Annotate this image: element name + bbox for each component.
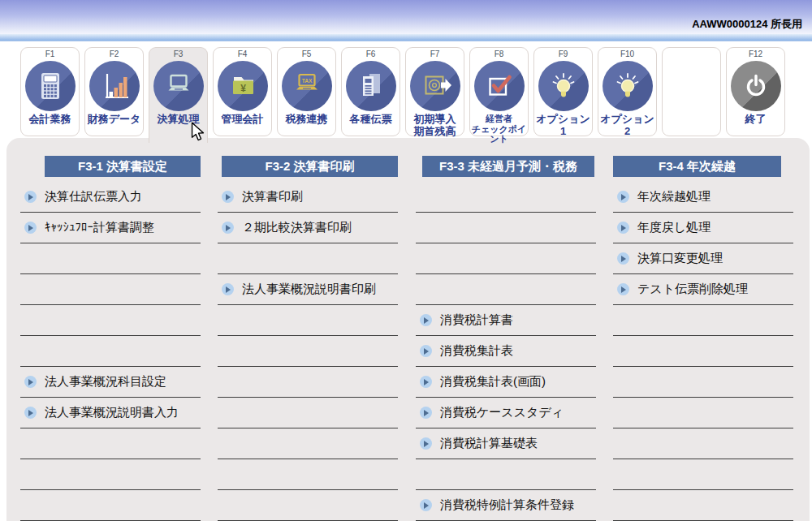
checkbox-icon <box>474 61 525 111</box>
toolbar-button-label: 管理会計 <box>214 114 271 126</box>
menu-item[interactable]: 法人事業概況説明書入力 <box>20 398 201 428</box>
toolbar-button-label: 初期導入 期首残高 <box>406 114 464 138</box>
toolbar-button-f4-kanri-kaikei[interactable]: F4 ¥ 管理会計 <box>213 47 272 136</box>
menu-row-empty <box>20 490 201 521</box>
menu-item[interactable]: 年度戻し処理 <box>613 213 793 243</box>
fkey-label: F3 <box>149 50 207 60</box>
menu-item[interactable]: 消費税ケーススタディ <box>416 398 596 428</box>
menu-item[interactable]: 法人事業概況科目設定 <box>20 367 201 398</box>
toolbar-button-f12-shuryo[interactable]: F12 終了 <box>726 47 785 136</box>
menu-item[interactable]: 消費税計算書 <box>416 305 596 336</box>
toolbar-button-label: 各種伝票 <box>342 114 400 126</box>
menu-row-empty <box>20 243 201 274</box>
menu-item[interactable]: テスト伝票削除処理 <box>613 274 793 305</box>
play-bullet-icon <box>420 376 432 388</box>
fkey-label: F2 <box>85 50 143 60</box>
menu-item[interactable]: 消費税集計表 <box>416 336 596 367</box>
menu-item[interactable]: 消費税特例計算条件登録 <box>416 490 596 521</box>
play-bullet-icon <box>420 345 432 357</box>
menu-row-empty <box>218 367 398 398</box>
menu-item[interactable]: 法人事業概況説明書印刷 <box>218 274 398 305</box>
toolbar-button-label: 終了 <box>727 114 784 126</box>
toolbar-button-f5-zeimu-renkei[interactable]: F5 TAX 税務連携 <box>277 47 336 136</box>
menu-row-empty <box>20 274 201 305</box>
play-bullet-icon <box>617 252 629 265</box>
bar-chart-icon <box>89 61 140 111</box>
play-bullet-icon <box>420 437 432 450</box>
play-bullet-icon <box>617 283 629 295</box>
title-bar: AAWW0000124 所長用 <box>0 0 812 34</box>
toolbar-button-f10-option2[interactable]: F10 オプション 2 <box>598 47 657 136</box>
menu-row-empty <box>218 428 398 459</box>
menu-item[interactable]: 消費税集計表(画面) <box>416 367 596 398</box>
menu-row-empty <box>613 459 793 490</box>
play-bullet-icon <box>617 191 629 203</box>
play-bullet-icon <box>24 376 37 388</box>
toolbar-button-label: 会計業務 <box>21 114 79 126</box>
menu-row-empty <box>20 459 201 490</box>
menu-row-empty <box>218 398 398 428</box>
menu-row-empty <box>613 490 793 521</box>
menu-column-f3-1: F3-1 決算書設定 決算仕訳伝票入力 ｷｬｯｼｭﾌﾛｰ計算書調整 法人事業概況… <box>20 138 201 521</box>
menu-item[interactable]: 消費税計算基礎表 <box>416 428 596 459</box>
menu-row-empty <box>613 305 793 336</box>
function-key-toolbar: F1 会計業務 F2 <box>0 42 812 138</box>
user-id-label: AAWW0000124 所長用 <box>692 17 802 32</box>
fkey-label: F9 <box>534 50 592 60</box>
menu-row-empty <box>20 428 201 459</box>
toolbar-button-label: オプション 1 <box>534 114 592 138</box>
menu-row-empty <box>416 274 596 305</box>
menu-item[interactable]: 年次繰越処理 <box>613 182 793 213</box>
toolbar-button-f8-keieisha-checkpoint[interactable]: F8 経営者 チェックポイント <box>469 47 529 136</box>
lightbulb-icon <box>603 61 653 111</box>
divider-strip <box>0 34 812 41</box>
play-bullet-icon <box>222 222 234 234</box>
play-bullet-icon <box>222 283 234 295</box>
menu-row-empty <box>218 243 398 274</box>
fkey-label: F10 <box>598 50 656 60</box>
fkey-label: F8 <box>470 50 528 60</box>
toolbar-button-f2-zaimu-data[interactable]: F2 財務データ <box>84 47 144 136</box>
menu-section-header: F3-2 決算書印刷 <box>222 156 398 177</box>
menu-row-empty <box>613 398 793 428</box>
safe-icon <box>410 61 460 111</box>
play-bullet-icon <box>420 407 432 419</box>
toolbar-button-f9-option1[interactable]: F9 オプション 1 <box>533 47 593 136</box>
power-icon <box>731 61 781 111</box>
play-bullet-icon <box>420 314 432 326</box>
toolbar-button-label: 財務データ <box>85 114 143 126</box>
toolbar-button-f6-kakushu-denpyo[interactable]: F6 各種伝票 <box>341 47 400 136</box>
menu-item[interactable]: ｷｬｯｼｭﾌﾛｰ計算書調整 <box>20 213 201 243</box>
fkey-label: F6 <box>342 50 400 60</box>
play-bullet-icon <box>617 222 629 234</box>
lightbulb-icon <box>538 61 589 111</box>
menu-item[interactable]: 決算仕訳伝票入力 <box>20 182 201 213</box>
menu-row-empty <box>218 459 398 490</box>
toolbar-button-label: 経営者 チェックポイント <box>470 114 528 144</box>
play-bullet-icon <box>222 191 234 203</box>
menu-column-f3-3: F3-3 未経過月予測・税務 消費税計算書 消費税集計表 消費税集計表(画面) … <box>416 138 596 521</box>
menu-section-header: F3-1 決算書設定 <box>45 156 201 177</box>
menu-row-empty <box>218 336 398 367</box>
menu-row-empty <box>416 243 596 274</box>
menu-item[interactable]: 決算書印刷 <box>218 182 398 213</box>
toolbar-button-f11-empty[interactable] <box>662 47 721 136</box>
menu-item[interactable]: ２期比較決算書印刷 <box>218 213 398 243</box>
menu-row-empty <box>613 367 793 398</box>
laptop-icon <box>153 61 204 111</box>
svg-text:TAX: TAX <box>301 78 312 84</box>
calculator-icon <box>25 61 76 111</box>
yen-folder-icon: ¥ <box>218 61 268 111</box>
play-bullet-icon <box>24 222 37 234</box>
content-panel: F3-1 決算書設定 決算仕訳伝票入力 ｷｬｯｼｭﾌﾛｰ計算書調整 法人事業概況… <box>6 138 810 521</box>
menu-row-empty <box>613 336 793 367</box>
toolbar-button-f1-kaikei-gyomu[interactable]: F1 会計業務 <box>20 47 80 136</box>
menu-row-empty <box>20 336 201 367</box>
fkey-label: F12 <box>727 50 784 60</box>
menu-item[interactable]: 決算口変更処理 <box>613 243 793 274</box>
menu-column-f3-4: F3-4 年次繰越 年次繰越処理 年度戻し処理 決算口変更処理 テスト伝票削除処… <box>613 138 793 521</box>
toolbar-button-f7-shoki-donyu[interactable]: F7 初期導入 期首残高 <box>405 47 464 136</box>
menu-row-empty <box>416 459 596 490</box>
menu-section-header: F3-4 年次繰越 <box>613 156 781 177</box>
fkey-label: F7 <box>406 50 464 60</box>
